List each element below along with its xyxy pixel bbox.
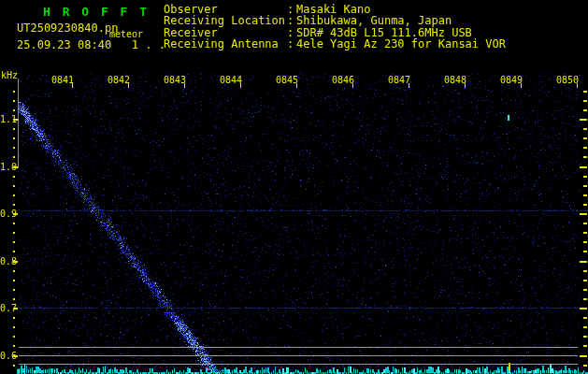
x-axis-label: 0849 [500,75,523,85]
x-axis-tick [240,83,241,88]
y-axis-minor-tick [13,204,15,206]
y-axis-minor-tick-right [583,345,587,347]
y-axis-minor-tick [13,185,15,187]
y-axis-major-tick [13,119,18,121]
spectrogram-canvas [0,0,588,374]
reference-line-carrier [19,355,578,356]
y-axis-minor-tick [13,326,15,328]
y-axis-minor-tick-right [583,289,587,291]
y-axis-minor-tick-right [583,176,587,178]
y-axis-major-tick [13,308,18,309]
y-axis-minor-tick-right [583,204,587,206]
reference-line-upper [19,347,578,348]
y-axis-minor-tick-right [583,232,587,234]
y-axis-minor-tick-right [583,109,587,111]
y-axis-minor-tick [13,194,15,196]
y-axis-minor-tick [13,147,15,149]
x-axis-tick [409,83,409,88]
y-axis-minor-tick [13,270,15,272]
output-filename: UT2509230840.pn [17,22,118,35]
y-axis-minor-tick [13,298,15,300]
y-axis-minor-tick [13,100,15,102]
y-axis-major-tick-right [580,308,587,309]
x-axis-tick [577,83,578,88]
y-axis-minor-tick [13,137,15,139]
x-axis-tick [296,83,297,88]
y-axis-minor-tick [13,251,15,252]
info-value: 4ele Yagi Az 230 for Kansai VOR [296,38,506,50]
x-axis-tick [128,83,129,88]
station-info-block: Observer:Masaki KanoReceiving Location:S… [164,4,506,50]
y-axis-minor-tick-right [583,336,587,338]
y-axis-minor-tick-right [583,241,587,243]
y-axis-minor-tick-right [583,156,587,158]
y-axis-minor-tick [13,289,15,291]
y-axis-minor-tick [13,232,15,234]
x-axis-label: 0845 [276,75,298,85]
datetime-line: 25.09.23 08:40 1 . . [17,38,165,51]
x-axis-tick [521,83,522,88]
y-axis-minor-tick-right [583,326,587,328]
x-axis-label: 0848 [444,75,466,85]
x-axis-tick [184,83,185,88]
y-axis-minor-tick [13,156,15,158]
y-axis-minor-tick [13,345,15,347]
y-axis-minor-tick [13,128,15,130]
y-axis-major-tick [13,166,18,168]
hrofft-screenshot: H R O F F T UT2509230840.pn meteor 25.09… [0,0,588,374]
x-axis-label: 0844 [220,75,242,85]
y-axis-major-tick-right [580,166,587,168]
y-axis-major-tick [13,355,18,357]
y-axis-minor-tick-right [583,280,587,281]
x-axis-label: 0842 [108,75,130,85]
x-axis-tick [72,83,73,88]
x-axis-label: 0841 [51,75,74,85]
station-info-row: Receiving Antenna:4ele Yagi Az 230 for K… [164,38,506,50]
y-axis-major-tick-right [580,119,587,121]
y-axis-major-tick-right [580,261,587,263]
y-axis-line [18,79,19,168]
y-axis-minor-tick-right [583,223,587,224]
y-axis-major-tick [13,213,18,215]
y-axis-minor-tick-right [583,251,587,252]
station-info-row: Receiving Location:Shibukawa, Gunma, Jap… [164,15,506,26]
y-axis-minor-tick [13,109,15,111]
y-axis-minor-tick [13,241,15,243]
y-axis-minor-tick-right [583,147,587,149]
y-axis-major-tick-right [580,355,587,357]
info-value: Shibukawa, Gunma, Japan [296,15,452,26]
info-colon: : [287,38,296,50]
y-axis-minor-tick [13,317,15,319]
y-axis-minor-tick [13,91,15,93]
app-title: H R O F F T [43,5,150,19]
info-label: Receiving Antenna [164,38,287,50]
x-axis-tick [352,83,353,88]
y-axis-minor-tick-right [583,298,587,300]
y-axis-minor-tick [13,365,15,367]
y-axis-minor-tick-right [583,270,587,272]
y-axis-minor-tick-right [583,185,587,187]
info-colon: : [287,15,296,26]
y-axis-minor-tick-right [583,317,587,319]
x-axis-label: 0850 [556,75,579,85]
x-axis-label: 0843 [164,75,186,85]
y-axis-minor-tick [13,280,15,281]
y-axis-minor-tick [13,336,15,338]
info-label: Receiving Location [164,15,287,26]
x-axis-tick [465,83,466,88]
y-axis-unit: kHz [1,70,18,80]
y-axis-minor-tick-right [583,365,587,367]
y-axis-major-tick [13,261,18,263]
reference-line-lower [19,364,578,365]
y-axis-minor-tick-right [583,137,587,139]
y-axis-minor-tick [13,223,15,224]
y-axis-minor-tick-right [583,128,587,130]
y-axis-minor-tick [13,176,15,178]
y-axis-major-tick-right [580,213,587,215]
x-axis-label: 0846 [332,75,354,85]
y-axis-minor-tick-right [583,194,587,196]
x-axis-label: 0847 [388,75,410,85]
y-axis-minor-tick-right [583,100,587,102]
y-axis-minor-tick-right [583,91,587,93]
